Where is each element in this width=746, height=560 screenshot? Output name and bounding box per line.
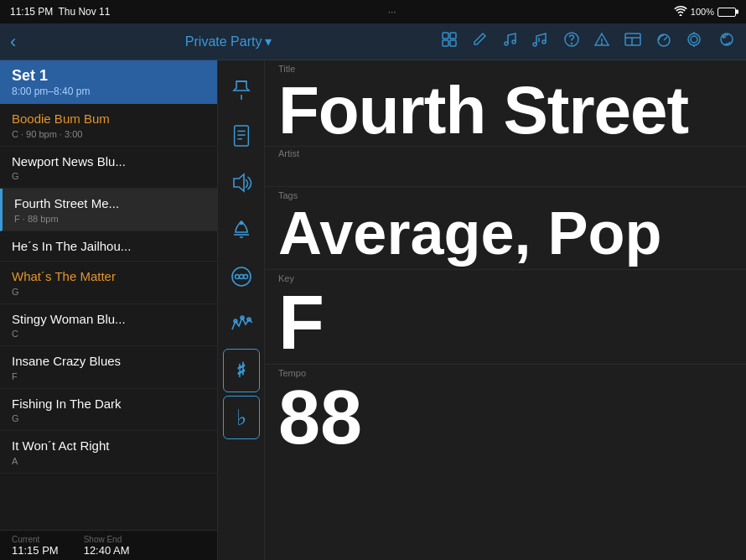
dots-circle-icon-btn[interactable] bbox=[223, 255, 260, 298]
current-label: Current bbox=[12, 535, 59, 544]
song-item[interactable]: Stingy Woman Blu...C bbox=[0, 304, 217, 347]
show-end-label: Show End bbox=[84, 535, 130, 544]
status-dots: ··· bbox=[388, 6, 396, 18]
flat-symbol: ♭ bbox=[236, 405, 246, 431]
song-name: Insane Crazy Blues bbox=[12, 353, 205, 370]
document-icon-btn[interactable] bbox=[223, 114, 260, 158]
song-name: He´s In The Jailhou... bbox=[12, 238, 205, 255]
flat-icon-btn[interactable]: ♭ bbox=[223, 396, 260, 439]
music-note-icon[interactable] bbox=[501, 31, 518, 52]
toolbar-title-text: Private Party bbox=[185, 34, 262, 49]
current-time-item: Current 11:15 PM bbox=[12, 535, 59, 557]
tempo-field: Tempo 88 bbox=[265, 365, 746, 459]
svg-point-31 bbox=[240, 222, 242, 225]
grid-view-icon[interactable] bbox=[441, 31, 458, 52]
pin-icon-btn[interactable] bbox=[223, 67, 260, 111]
svg-point-6 bbox=[533, 43, 536, 46]
current-value: 11:15 PM bbox=[12, 544, 59, 557]
song-item[interactable]: It Won´t Act RightA bbox=[0, 431, 217, 474]
song-meta: F bbox=[12, 371, 205, 381]
key-label: Key bbox=[278, 273, 733, 283]
svg-point-5 bbox=[512, 40, 515, 44]
song-name: Newport News Blu... bbox=[12, 153, 205, 170]
speaker-icon-btn[interactable] bbox=[223, 161, 260, 205]
title-value: Fourth Street bbox=[278, 75, 733, 146]
song-item[interactable]: What´s The MatterG bbox=[0, 262, 217, 304]
svg-rect-2 bbox=[443, 40, 448, 46]
help-icon[interactable] bbox=[563, 31, 580, 52]
song-meta: A bbox=[12, 456, 205, 466]
tags-field: Tags Average, Pop bbox=[265, 187, 746, 270]
warning-icon[interactable] bbox=[593, 31, 610, 52]
show-end-value: 12:40 AM bbox=[84, 544, 130, 557]
main-content: Set 1 8:00 pm–8:40 pm Boodie Bum BumC · … bbox=[0, 60, 746, 560]
toolbar-icons bbox=[441, 31, 736, 52]
battery-percentage: 100% bbox=[691, 7, 714, 17]
set-title: Set 1 bbox=[12, 67, 205, 85]
refresh-icon[interactable] bbox=[718, 31, 736, 52]
song-item[interactable]: He´s In The Jailhou... bbox=[0, 231, 217, 262]
wifi-icon bbox=[674, 6, 687, 18]
status-time: 11:15 PM bbox=[10, 6, 53, 18]
key-value: F bbox=[278, 285, 733, 360]
hat-icon-btn[interactable] bbox=[223, 208, 260, 251]
svg-rect-0 bbox=[443, 33, 448, 39]
svg-marker-28 bbox=[234, 174, 244, 191]
song-name: What´s The Matter bbox=[12, 268, 205, 285]
artist-label: Artist bbox=[278, 148, 733, 158]
toolbar-title-group: Private Party ▾ bbox=[164, 34, 293, 49]
song-name: Boodie Bum Bum bbox=[12, 111, 205, 127]
icon-column: ♯ ♭ bbox=[218, 60, 265, 560]
song-name: Fishing In The Dark bbox=[12, 396, 205, 412]
svg-point-9 bbox=[572, 44, 572, 44]
song-item[interactable]: Newport News Blu...G bbox=[0, 147, 217, 189]
edit-icon[interactable] bbox=[471, 31, 488, 52]
cloud-icon[interactable] bbox=[686, 31, 704, 52]
svg-point-7 bbox=[542, 40, 546, 44]
svg-rect-24 bbox=[234, 126, 248, 146]
sharp-symbol: ♯ bbox=[236, 359, 246, 382]
song-list: Boodie Bum BumC · 90 bpm · 3:00Newport N… bbox=[0, 104, 217, 530]
song-item[interactable]: Insane Crazy BluesF bbox=[0, 346, 217, 389]
svg-point-11 bbox=[602, 44, 603, 44]
song-meta: C · 90 bpm · 3:00 bbox=[12, 129, 205, 139]
detail-panel: Title Fourth Street Artist Tags Average,… bbox=[265, 60, 746, 560]
set-header[interactable]: Set 1 8:00 pm–8:40 pm bbox=[0, 60, 217, 104]
sidebar: Set 1 8:00 pm–8:40 pm Boodie Bum BumC · … bbox=[0, 60, 218, 560]
song-meta: G bbox=[12, 171, 205, 181]
svg-point-18 bbox=[691, 36, 697, 43]
toolbar: ‹ Private Party ▾ bbox=[0, 23, 746, 60]
svg-point-4 bbox=[505, 42, 508, 45]
song-item[interactable]: Boodie Bum BumC · 90 bpm · 3:00 bbox=[0, 104, 217, 147]
song-name: It Won´t Act Right bbox=[12, 438, 205, 454]
sharp-icon-btn[interactable]: ♯ bbox=[223, 349, 260, 392]
song-meta: C bbox=[12, 329, 205, 339]
svg-rect-3 bbox=[450, 40, 456, 46]
bottom-bar: Current 11:15 PM Show End 12:40 AM bbox=[0, 530, 217, 560]
set-time: 8:00 pm–8:40 pm bbox=[12, 86, 205, 97]
music-notes-icon[interactable] bbox=[531, 31, 550, 52]
svg-point-17 bbox=[688, 34, 700, 45]
title-field: Title Fourth Street bbox=[265, 60, 746, 147]
song-name: Stingy Woman Blu... bbox=[12, 311, 205, 328]
tags-value: Average, Pop bbox=[278, 202, 733, 266]
toolbar-dropdown-icon[interactable]: ▾ bbox=[265, 34, 272, 49]
tempo-value: 88 bbox=[278, 380, 733, 455]
status-bar: 11:15 PM Thu Nov 11 ··· 100% bbox=[0, 0, 746, 23]
artist-field: Artist bbox=[265, 147, 746, 187]
svg-line-16 bbox=[664, 37, 667, 40]
speedometer-icon[interactable] bbox=[655, 31, 672, 52]
graph-icon-btn[interactable] bbox=[223, 302, 260, 345]
svg-point-35 bbox=[243, 275, 247, 279]
back-button[interactable]: ‹ bbox=[10, 31, 16, 53]
key-field: Key F bbox=[265, 270, 746, 365]
song-item[interactable]: Fourth Street Me...F · 88 bpm bbox=[0, 189, 217, 231]
battery-icon bbox=[718, 8, 736, 17]
song-name: Fourth Street Me... bbox=[14, 195, 205, 212]
show-end-item: Show End 12:40 AM bbox=[84, 535, 130, 557]
svg-rect-1 bbox=[450, 33, 456, 39]
status-day: Thu Nov 11 bbox=[58, 6, 110, 18]
layout-icon[interactable] bbox=[624, 31, 642, 52]
song-meta: G bbox=[12, 287, 205, 297]
song-item[interactable]: Fishing In The DarkG bbox=[0, 389, 217, 432]
